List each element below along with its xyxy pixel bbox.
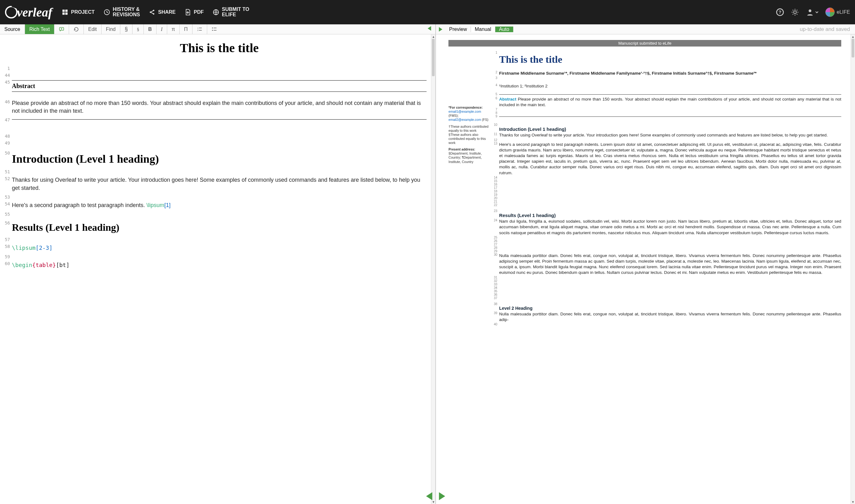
- elife-badge[interactable]: eLIFE: [825, 7, 850, 17]
- pln: 25: [492, 236, 499, 239]
- svg-rect-0: [63, 10, 65, 12]
- pln: 32: [492, 279, 499, 283]
- nav-project[interactable]: PROJECT: [62, 9, 95, 16]
- nav-history-l2: REVISIONS: [113, 12, 140, 17]
- hr: [12, 119, 426, 120]
- jump-arrows-editor: [423, 491, 434, 503]
- numbered-list-icon: 12: [197, 26, 203, 32]
- scroll-up-icon[interactable]: ▲: [431, 34, 435, 39]
- tab-preview[interactable]: Preview: [445, 26, 471, 32]
- pln: 1: [492, 51, 499, 71]
- sync-to-preview-button[interactable]: [437, 25, 445, 33]
- preview-body[interactable]: Manuscript submitted to eLife *For corre…: [436, 34, 851, 504]
- pln: 17: [492, 186, 499, 190]
- p-intro-h: Introduction (Level 1 heading): [499, 126, 841, 132]
- chevron-down-icon: [815, 11, 818, 14]
- pln: 37: [492, 296, 499, 300]
- jump-left-button[interactable]: [423, 491, 434, 503]
- pln: 8: [492, 111, 499, 114]
- help-icon[interactable]: ?: [776, 8, 784, 16]
- rule: [499, 94, 841, 95]
- find-button[interactable]: Find: [102, 24, 120, 34]
- line-number: 54: [2, 200, 12, 206]
- subsection-button[interactable]: §: [133, 24, 144, 34]
- nav-submit[interactable]: SUBMIT TO ELIFE: [212, 7, 249, 17]
- pln: 5: [492, 92, 499, 96]
- tab-auto[interactable]: Auto: [495, 26, 513, 32]
- corr-email1: email1@example.com: [449, 110, 481, 113]
- nav-history[interactable]: HISTORY & REVISIONS: [103, 7, 140, 17]
- pln: 7: [492, 108, 499, 111]
- edit-menu[interactable]: Edit: [84, 24, 102, 34]
- nav-pdf[interactable]: PDF: [185, 9, 204, 16]
- scroll-down-icon[interactable]: ▼: [851, 500, 855, 504]
- pln: 31: [492, 276, 499, 279]
- logo-text: verleaf: [17, 5, 52, 20]
- line-number: 49: [2, 139, 12, 145]
- display-math-button[interactable]: Π: [180, 24, 192, 34]
- line-number: 59: [2, 253, 12, 259]
- editor-scrollbar[interactable]: ▲ ▼: [431, 34, 435, 504]
- pln: 20: [492, 196, 499, 200]
- section-button[interactable]: §: [120, 24, 133, 34]
- account-menu[interactable]: [806, 8, 818, 16]
- svg-point-17: [212, 30, 213, 31]
- scrollbar-thumb[interactable]: [852, 39, 854, 57]
- abstract-heading: Abstract: [12, 83, 426, 90]
- equal-contrib-1: †These authors contributed equally to th…: [449, 125, 489, 133]
- jump-right-button[interactable]: [437, 491, 448, 503]
- present-address: §Department, Institute, Country; ¶Depart…: [449, 151, 482, 163]
- pln: 35: [492, 289, 499, 293]
- doc-title: This is the title: [12, 41, 426, 55]
- pln: 18: [492, 190, 499, 193]
- top-nav: PROJECT HISTORY & REVISIONS SHARE PDF SU…: [62, 7, 249, 17]
- pln: 6: [492, 96, 499, 108]
- bullet-list-button[interactable]: [207, 24, 222, 34]
- tab-manual[interactable]: Manual: [471, 26, 495, 32]
- line-number: 47: [2, 116, 12, 122]
- line-number: 58: [2, 242, 12, 249]
- sync-to-editor-button[interactable]: [426, 24, 434, 33]
- undo-button[interactable]: [69, 24, 84, 34]
- numbered-list-button[interactable]: 12: [192, 24, 207, 34]
- line-number: 56: [2, 217, 12, 226]
- pln: 24: [492, 219, 499, 236]
- line-number: 60: [2, 260, 12, 266]
- para2: Here's a second paragraph to test paragr…: [12, 201, 426, 209]
- pln: 16: [492, 183, 499, 186]
- triangle-left-icon: [426, 25, 433, 32]
- tab-richtext[interactable]: Rich Text: [25, 24, 55, 34]
- svg-text:1: 1: [197, 27, 198, 29]
- line-number: 55: [2, 211, 12, 217]
- pln: 19: [492, 193, 499, 196]
- pln: 11: [492, 132, 499, 138]
- svg-rect-3: [65, 13, 68, 15]
- preview-scrollbar[interactable]: ▲ ▼: [851, 34, 855, 504]
- manuscript-banner: Manuscript submitted to eLife: [449, 40, 841, 47]
- overleaf-logo[interactable]: verleaf: [5, 5, 52, 20]
- nav-project-label: PROJECT: [71, 10, 95, 15]
- line-number: 48: [2, 132, 12, 139]
- gear-icon[interactable]: [791, 8, 799, 16]
- svg-text:?: ?: [779, 10, 782, 15]
- pln: 14: [492, 176, 499, 179]
- scrollbar-thumb[interactable]: [432, 39, 435, 76]
- pln: 15: [492, 179, 499, 183]
- editor-body[interactable]: This is the title 1 44 45 Abstract 46 Pl…: [0, 34, 431, 504]
- corr-heading: *For correspondence:: [449, 106, 489, 110]
- comment-button[interactable]: [54, 24, 69, 34]
- line-number: 57: [2, 236, 12, 242]
- line-number: 53: [2, 193, 12, 200]
- toolbar: Source Rich Text Edit Find § § B I π Π 1…: [0, 24, 855, 34]
- bold-button[interactable]: B: [144, 24, 157, 34]
- nav-share[interactable]: SHARE: [149, 9, 176, 16]
- tab-source[interactable]: Source: [0, 24, 25, 34]
- pln: 28: [492, 246, 499, 250]
- italic-button[interactable]: I: [157, 24, 167, 34]
- inline-math-button[interactable]: π: [167, 24, 180, 34]
- abstract-label: Abstract: [499, 97, 516, 102]
- logo-mark-icon: [5, 6, 17, 18]
- preview-title: This is the title: [499, 53, 841, 66]
- comment-icon: [59, 26, 64, 32]
- scroll-up-icon[interactable]: ▲: [851, 34, 855, 39]
